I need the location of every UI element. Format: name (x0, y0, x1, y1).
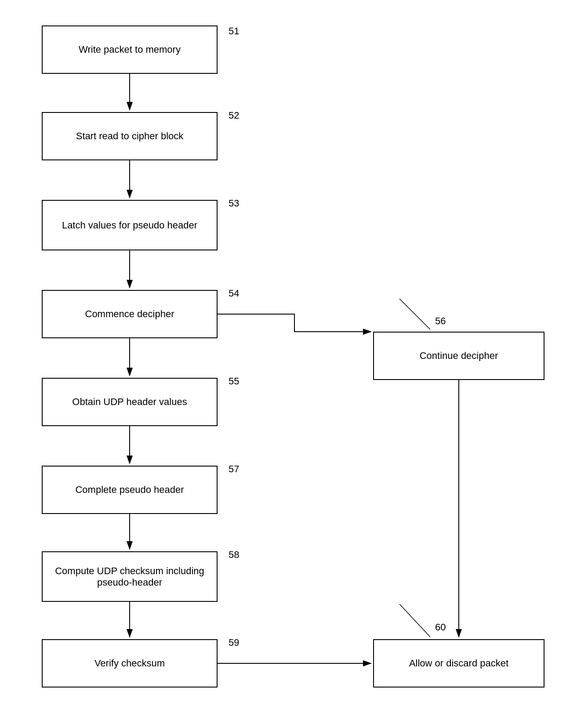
ref-51: 51 (229, 25, 239, 37)
ref-58: 58 (229, 549, 239, 561)
box-latch-values: Latch values for pseudo header (42, 200, 218, 250)
box-start-read-label: Start read to cipher block (76, 130, 184, 142)
box-allow-discard: Allow or discard packet (373, 639, 544, 688)
box-commence-decipher-label: Commence decipher (85, 308, 174, 320)
box-verify-checksum: Verify checksum (42, 639, 218, 688)
box-complete-pseudo-label: Complete pseudo header (75, 484, 184, 496)
box-write-packet: Write packet to memory (42, 25, 218, 74)
svg-line-11 (399, 604, 430, 637)
ref-60-line (373, 604, 461, 641)
box-latch-values-label: Latch values for pseudo header (62, 220, 197, 231)
box-write-packet-label: Write packet to memory (79, 44, 181, 55)
ref-57: 57 (229, 463, 239, 475)
box-obtain-udp: Obtain UDP header values (42, 378, 218, 426)
box-continue-decipher: Continue decipher (373, 332, 544, 380)
ref-52: 52 (229, 110, 239, 121)
box-allow-discard-label: Allow or discard packet (409, 658, 508, 669)
ref-56-line (373, 299, 461, 334)
diagram-container: Write packet to memory 51 Start read to … (0, 0, 588, 702)
box-obtain-udp-label: Obtain UDP header values (72, 396, 187, 408)
ref-56: 56 (435, 315, 446, 327)
box-start-read: Start read to cipher block (42, 112, 218, 160)
box-verify-checksum-label: Verify checksum (94, 658, 165, 669)
ref-55: 55 (229, 376, 239, 387)
ref-53: 53 (229, 198, 239, 209)
ref-59: 59 (229, 637, 239, 648)
box-complete-pseudo: Complete pseudo header (42, 466, 218, 514)
box-compute-checksum-label: Compute UDP checksum including pseudo-he… (50, 565, 210, 588)
box-compute-checksum: Compute UDP checksum including pseudo-he… (42, 551, 218, 602)
ref-60: 60 (435, 622, 446, 633)
box-continue-decipher-label: Continue decipher (420, 350, 498, 362)
svg-line-10 (399, 299, 430, 329)
ref-54: 54 (229, 288, 239, 299)
box-commence-decipher: Commence decipher (42, 290, 218, 338)
